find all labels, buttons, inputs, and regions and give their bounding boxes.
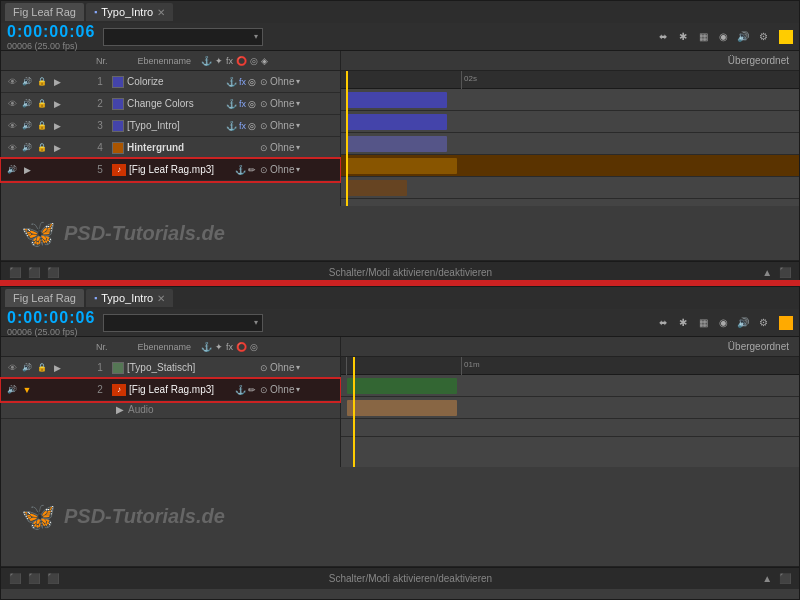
toolbar-icon-b4[interactable]: ◉: [715, 315, 731, 331]
tab-label: Fig Leaf Rag: [13, 6, 76, 18]
footer-arrow-up-bottom[interactable]: ▲: [762, 573, 772, 584]
layer-name-b1: [Typo_Statisch]: [127, 362, 260, 373]
parent-arrow-b1[interactable]: ▾: [296, 363, 300, 372]
lock-icon-2[interactable]: 🔒: [35, 97, 49, 111]
tab-close-icon[interactable]: ✕: [157, 7, 165, 18]
timeline-bars-bottom: [341, 375, 799, 437]
audio-icon-1[interactable]: 🔊: [20, 75, 34, 89]
footer-arrow-down-bottom[interactable]: ⬛: [779, 573, 791, 584]
layer-name-4: Hintergrund: [127, 142, 260, 153]
tab-close-icon-bottom[interactable]: ✕: [157, 293, 165, 304]
ruler-start-bottom: [346, 357, 349, 375]
layer-right-icons-2: ⚓ fx ◎: [226, 99, 260, 109]
parent-col-3: ⊙ Ohne ▾: [260, 120, 340, 131]
lock-icon-1[interactable]: 🔒: [35, 75, 49, 89]
toolbar-icon-2[interactable]: ✱: [675, 29, 691, 45]
tab-typo-intro-top[interactable]: ▪ Typo_Intro ✕: [86, 3, 173, 21]
layer-color-3: [112, 120, 124, 132]
eye-icon-2[interactable]: 👁: [5, 97, 19, 111]
audio-icon-2[interactable]: 🔊: [20, 97, 34, 111]
search-input-top[interactable]: [108, 31, 254, 42]
expand-icon-b2[interactable]: ▼: [20, 383, 34, 397]
col-icon-4: ⭕: [236, 56, 247, 66]
footer-icon-b2[interactable]: ⬛: [28, 573, 40, 584]
toolbar-icon-b2[interactable]: ✱: [675, 315, 691, 331]
expand-audio-icon[interactable]: ▶: [116, 404, 124, 415]
col-icons-bottom: ⚓ ✦ fx ⭕ ◎: [201, 342, 258, 352]
layers-list-bottom: 👁 🔊 🔒 ▶ 1 [Typo_Statisch] ⊙ Ohne ▾ 🔊: [1, 357, 341, 467]
layers-timeline-bottom: 👁 🔊 🔒 ▶ 1 [Typo_Statisch] ⊙ Ohne ▾ 🔊: [1, 357, 799, 467]
eye-icon-b1[interactable]: 👁: [5, 361, 19, 375]
toolbar-icon-b3[interactable]: ▦: [695, 315, 711, 331]
audio-icon-4[interactable]: 🔊: [20, 141, 34, 155]
eye-icon-3[interactable]: 👁: [5, 119, 19, 133]
layer-row-2-top[interactable]: 👁 🔊 🔒 ▶ 2 Change Colors ⚓ fx ◎ ⊙ Ohne ▾: [1, 93, 340, 115]
expand-icon-1[interactable]: ▶: [50, 75, 64, 89]
toolbar-icon-3[interactable]: ▦: [695, 29, 711, 45]
parent-arrow-b2[interactable]: ▾: [296, 385, 300, 394]
tab-typo-intro-bottom[interactable]: ▪ Typo_Intro ✕: [86, 289, 173, 307]
parent-col-4: ⊙ Ohne ▾: [260, 142, 340, 153]
layer-row-5-top[interactable]: 🔊 ▶ 5 ♪ [Fig Leaf Rag.mp3] ⚓ ✏ ⊙ Ohne ▾: [1, 159, 340, 181]
audio-icon-b1[interactable]: 🔊: [20, 361, 34, 375]
layer-row-4-top[interactable]: 👁 🔊 🔒 ▶ 4 Hintergrund ⊙ Ohne ▾: [1, 137, 340, 159]
col-left-header: Nr. Ebenenname ⚓ ✦ fx ⭕ ◎ ◈: [1, 51, 341, 70]
audio-icon-b2[interactable]: 🔊: [5, 383, 19, 397]
parent-arrow-4[interactable]: ▾: [296, 143, 300, 152]
timeline-right-bottom: 01m: [341, 357, 799, 467]
lock-icon-3[interactable]: 🔒: [35, 119, 49, 133]
col-icon-b4: ⭕: [236, 342, 247, 352]
footer-icon-b1[interactable]: ⬛: [9, 573, 21, 584]
footer-icons-right-top: ▲ ⬛: [762, 267, 791, 278]
search-box-top[interactable]: ▾: [103, 28, 263, 46]
parent-arrow-5[interactable]: ▾: [296, 165, 300, 174]
toolbar-icon-b1[interactable]: ⬌: [655, 315, 671, 331]
parent-arrow-1[interactable]: ▾: [296, 77, 300, 86]
search-dropdown-icon[interactable]: ▾: [254, 32, 258, 41]
audio-icon-3[interactable]: 🔊: [20, 119, 34, 133]
parent-label-1: Ohne: [270, 76, 294, 87]
footer-icon-b3[interactable]: ⬛: [47, 573, 59, 584]
anchor-icon-1: ⚓: [226, 77, 237, 87]
eye-icon-4[interactable]: 👁: [5, 141, 19, 155]
eye-icon-1[interactable]: 👁: [5, 75, 19, 89]
search-input-bottom[interactable]: [108, 317, 254, 328]
toolbar-icon-1[interactable]: ⬌: [655, 29, 671, 45]
toolbar-icon-5[interactable]: 🔊: [735, 29, 751, 45]
footer-icon-2[interactable]: ⬛: [28, 267, 40, 278]
timeline-row-5: [341, 177, 799, 199]
audio-icon-5[interactable]: 🔊: [5, 163, 19, 177]
expand-icon-4[interactable]: ▶: [50, 141, 64, 155]
layer-row-1-bottom[interactable]: 👁 🔊 🔒 ▶ 1 [Typo_Statisch] ⊙ Ohne ▾: [1, 357, 340, 379]
footer-icon-3[interactable]: ⬛: [47, 267, 59, 278]
parent-arrow-3[interactable]: ▾: [296, 121, 300, 130]
parent-label-5: Ohne: [270, 164, 294, 175]
toolbar-icon-b5[interactable]: 🔊: [735, 315, 751, 331]
timecode-sub: 00006 (25.00 fps): [7, 41, 97, 51]
expand-icon-b1[interactable]: ▶: [50, 361, 64, 375]
footer-arrow-up[interactable]: ▲: [762, 267, 772, 278]
footer-text-bottom: Schalter/Modi aktivieren/deaktivieren: [329, 573, 492, 584]
tab-fig-leaf-rag-top[interactable]: Fig Leaf Rag: [5, 3, 84, 21]
expand-icon-5[interactable]: ▶: [20, 163, 34, 177]
bar-5: [347, 180, 407, 196]
expand-icon-2[interactable]: ▶: [50, 97, 64, 111]
footer-icon-1[interactable]: ⬛: [9, 267, 21, 278]
timeline-row-b2: [341, 397, 799, 419]
bottom-tab-bar: Fig Leaf Rag ▪ Typo_Intro ✕: [1, 287, 799, 309]
expand-icon-3[interactable]: ▶: [50, 119, 64, 133]
lock-icon-b1[interactable]: 🔒: [35, 361, 49, 375]
search-box-bottom[interactable]: ▾: [103, 314, 263, 332]
toolbar-icon-b6[interactable]: ⚙: [755, 315, 771, 331]
layer-row-2-bottom[interactable]: 🔊 ▼ 2 ♪ [Fig Leaf Rag.mp3] ⚓ ✏ ⊙ Ohne ▾: [1, 379, 340, 401]
toolbar-icon-6[interactable]: ⚙: [755, 29, 771, 45]
tab-fig-leaf-rag-bottom[interactable]: Fig Leaf Rag: [5, 289, 84, 307]
lock-icon-4[interactable]: 🔒: [35, 141, 49, 155]
layer-row-1-top[interactable]: 👁 🔊 🔒 ▶ 1 Colorize ⚓ fx ◎ ⊙ Ohne ▾: [1, 71, 340, 93]
bar-2: [347, 114, 447, 130]
layer-row-3-top[interactable]: 👁 🔊 🔒 ▶ 3 [Typo_Intro] ⚓ fx ◎ ⊙ Ohne ▾: [1, 115, 340, 137]
toolbar-icon-4[interactable]: ◉: [715, 29, 731, 45]
search-dropdown-icon-bottom[interactable]: ▾: [254, 318, 258, 327]
footer-arrow-down[interactable]: ⬛: [779, 267, 791, 278]
parent-arrow-2[interactable]: ▾: [296, 99, 300, 108]
